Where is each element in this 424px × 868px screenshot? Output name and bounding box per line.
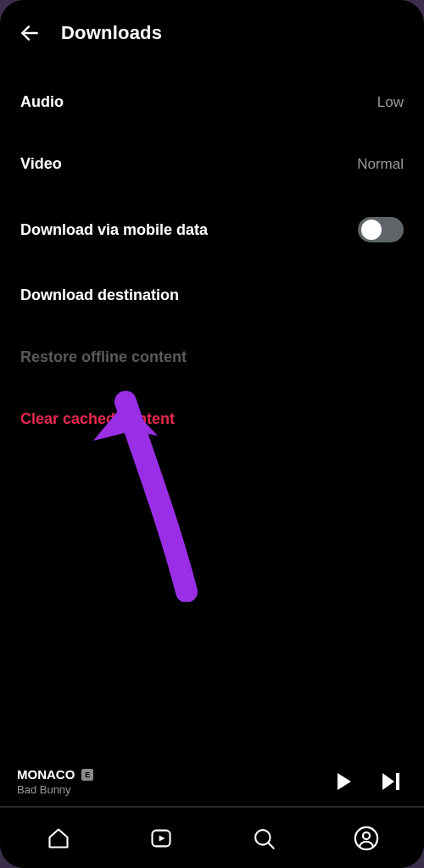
home-icon [47,826,70,850]
setting-download-destination[interactable]: Download destination [20,264,404,326]
now-playing-title: MONACO [17,767,75,782]
setting-audio[interactable]: Audio Low [20,71,404,133]
setting-label: Audio [20,93,64,111]
setting-label: Clear cached content [20,410,175,428]
setting-value: Low [377,94,404,111]
setting-label: Download destination [20,287,179,304]
svg-marker-2 [382,773,394,790]
play-icon [336,772,353,791]
toggle-knob [361,220,382,240]
svg-point-9 [363,832,370,838]
video-icon [149,826,173,850]
now-playing-controls [336,772,407,791]
nav-profile[interactable] [346,818,387,859]
skip-next-icon [382,772,402,791]
now-playing-artist: Bad Bunny [17,783,336,796]
nav-home[interactable] [38,818,79,859]
setting-clear-cache[interactable]: Clear cached content [20,388,404,450]
setting-value: Normal [357,156,404,173]
settings-list: Audio Low Video Normal Download via mobi… [0,54,424,450]
mobile-data-toggle[interactable] [358,217,404,242]
header: Downloads [0,0,424,54]
next-button[interactable] [382,772,402,791]
play-button[interactable] [336,772,353,791]
setting-mobile-data[interactable]: Download via mobile data [20,195,404,264]
setting-video[interactable]: Video Normal [20,133,404,195]
page-title: Downloads [61,22,162,44]
setting-label: Restore offline content [20,348,187,366]
svg-rect-3 [396,773,399,790]
svg-marker-1 [338,773,351,790]
profile-icon [354,826,379,851]
search-icon [252,826,276,850]
back-button[interactable] [17,20,42,46]
setting-label: Download via mobile data [20,221,208,239]
svg-marker-5 [159,835,165,841]
setting-restore-offline: Restore offline content [20,326,404,388]
nav-video[interactable] [141,818,181,859]
now-playing-info: MONACO E Bad Bunny [17,767,336,796]
now-playing-bar[interactable]: MONACO E Bad Bunny [0,757,424,807]
now-playing-title-row: MONACO E [17,767,336,782]
bottom-nav [0,807,424,868]
nav-search[interactable] [243,818,284,859]
explicit-badge: E [81,769,93,781]
svg-point-6 [255,830,271,845]
arrow-left-icon [19,22,41,44]
setting-label: Video [20,155,62,173]
svg-line-7 [268,843,273,848]
